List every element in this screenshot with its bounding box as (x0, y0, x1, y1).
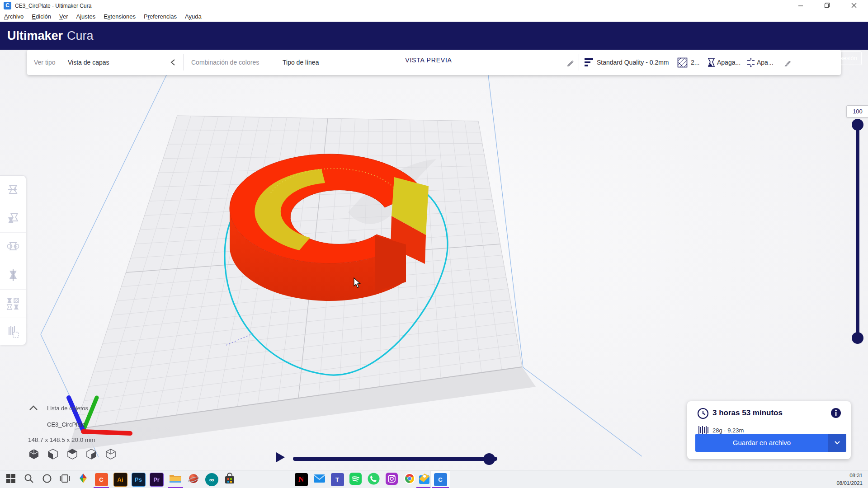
view-type-dropdown[interactable]: Vista de capas (68, 50, 109, 75)
simulation-slider-handle[interactable] (483, 453, 495, 465)
cura-taskbar-button[interactable]: C (430, 470, 450, 488)
instagram-taskbar-button[interactable] (382, 470, 401, 488)
view-orientation-buttons (28, 448, 117, 462)
menu-ajustes[interactable]: Ajustes (72, 12, 100, 22)
microsoft-store-taskbar-button[interactable] (221, 470, 239, 488)
arduino-icon: ∞ (205, 473, 218, 486)
menu-preferencias[interactable]: Preferencias (140, 12, 181, 22)
tab-vista-previa[interactable]: VISTA PREVIA (391, 50, 467, 71)
menu-ver[interactable]: Ver (55, 12, 72, 22)
view-front-icon[interactable] (47, 448, 59, 460)
infill-value[interactable]: 2... (691, 50, 699, 75)
sphere-app-icon (188, 473, 199, 486)
layer-slider-top-handle[interactable] (852, 119, 863, 131)
task-view-icon (60, 473, 71, 486)
save-to-file-button[interactable]: Guardar en archivo (695, 434, 846, 452)
close-button[interactable] (844, 0, 864, 12)
tab-supervisar[interactable]: SUPERVISAR (472, 43, 548, 71)
sign-in-button[interactable]: Iniciar sesión (818, 52, 862, 65)
windows-start-taskbar-button[interactable] (2, 470, 20, 488)
mirror-tool-icon (6, 268, 20, 282)
search-taskbar-button[interactable] (20, 470, 38, 488)
restore-button[interactable] (816, 0, 837, 12)
edit-pencil-icon[interactable] (566, 58, 575, 66)
material-estimate: 28g · 9.23m (712, 427, 744, 434)
menu-archivo[interactable]: Archivo (0, 12, 28, 22)
object-name[interactable]: CE3_CircPlate (47, 421, 85, 428)
netflix-icon: N (295, 473, 308, 486)
minimize-button[interactable] (790, 0, 811, 12)
premiere-icon: Pr (150, 473, 164, 487)
adhesion-icon[interactable] (746, 57, 756, 67)
menu-extensiones[interactable]: Extensiones (99, 12, 140, 22)
info-icon[interactable] (830, 407, 842, 419)
sphere-app-taskbar-button[interactable] (184, 470, 203, 488)
quality-layers-icon[interactable] (584, 58, 594, 67)
view-3d-icon[interactable] (28, 448, 40, 460)
print-time-estimate: 3 horas 53 minutos (712, 408, 783, 418)
simulation-slider-track[interactable] (293, 457, 497, 461)
tool-rotate-button[interactable] (0, 233, 26, 261)
layer-slider-track[interactable] (856, 125, 859, 338)
object-dimensions: 148.7 x 148.5 x 20.0 mm (28, 436, 95, 443)
mail-icon (313, 474, 326, 485)
tool-move-button[interactable] (0, 176, 26, 204)
file-explorer-icon (169, 473, 182, 486)
windows-start-icon (6, 474, 16, 485)
object-list-label[interactable]: Lista de objetos (47, 405, 88, 412)
menu-edicin[interactable]: Edición (28, 12, 55, 22)
chevron-up-icon[interactable] (29, 405, 38, 411)
title-bar: C CE3_CircPlate - Ultimaker Cura (0, 0, 868, 12)
logo-light: Cura (67, 29, 94, 42)
whatsapp-taskbar-button[interactable] (364, 470, 382, 488)
tab-preparar[interactable]: PREPARAR (309, 43, 385, 71)
arduino-taskbar-button[interactable]: ∞ (203, 470, 221, 488)
netflix-taskbar-button[interactable]: N (292, 470, 310, 488)
infill-icon[interactable] (677, 57, 688, 68)
3d-viewer-icon (77, 473, 89, 486)
spotify-taskbar-button[interactable] (346, 470, 364, 488)
search-icon (24, 473, 34, 486)
logo-bold: Ultimaker (7, 29, 63, 42)
3d-builder-icon (418, 473, 430, 487)
layer-slider-bottom-handle[interactable] (852, 332, 863, 344)
file-explorer-taskbar-button[interactable] (166, 470, 184, 488)
clock-time: 08:31 (836, 472, 863, 479)
photoshop-taskbar-button[interactable]: Ps (129, 470, 147, 488)
camtasia-taskbar-button[interactable]: C (92, 470, 110, 488)
support-value[interactable]: Apaga... (717, 50, 741, 75)
tool-panel (0, 175, 26, 345)
teams-taskbar-button[interactable]: T (328, 470, 346, 488)
divider (579, 54, 579, 70)
gap-cut-face (375, 235, 406, 291)
view-left-icon[interactable] (85, 448, 97, 460)
tool-per-model-settings-button[interactable] (0, 290, 26, 318)
menu-ayuda[interactable]: Ayuda (181, 12, 206, 22)
play-button[interactable] (274, 451, 287, 464)
3d-viewer-taskbar-button[interactable] (74, 470, 92, 488)
divider (183, 54, 184, 70)
view-right-icon[interactable] (105, 448, 117, 460)
tool-support-blocker-button[interactable] (0, 318, 26, 346)
photoshop-icon: Ps (132, 473, 146, 487)
support-icon[interactable] (706, 57, 716, 67)
taskbar-clock[interactable]: 08:31 08/01/2021 (836, 472, 863, 487)
task-view-taskbar-button[interactable] (56, 470, 74, 488)
camtasia-icon: C (95, 473, 108, 486)
tool-mirror-button[interactable] (0, 261, 26, 290)
clock-icon (697, 408, 709, 419)
view-top-icon[interactable] (66, 448, 78, 460)
quality-profile-value[interactable]: Standard Quality - 0.2mm (597, 50, 669, 75)
chevron-left-icon[interactable] (170, 59, 175, 66)
spotify-icon (349, 473, 362, 487)
layer-number-tooltip: 100 (846, 105, 868, 117)
save-dropdown-button[interactable] (828, 434, 846, 452)
support-blocker-icon (6, 325, 20, 339)
premiere-taskbar-button[interactable]: Pr (147, 470, 165, 488)
illustrator-taskbar-button[interactable]: Ai (111, 470, 129, 488)
mail-taskbar-button[interactable] (310, 470, 328, 488)
per-model-settings-icon (6, 297, 20, 310)
cortana-taskbar-button[interactable] (38, 470, 56, 488)
marketplace-button[interactable]: Marketplace (769, 52, 814, 65)
tool-scale-button[interactable] (0, 204, 26, 233)
